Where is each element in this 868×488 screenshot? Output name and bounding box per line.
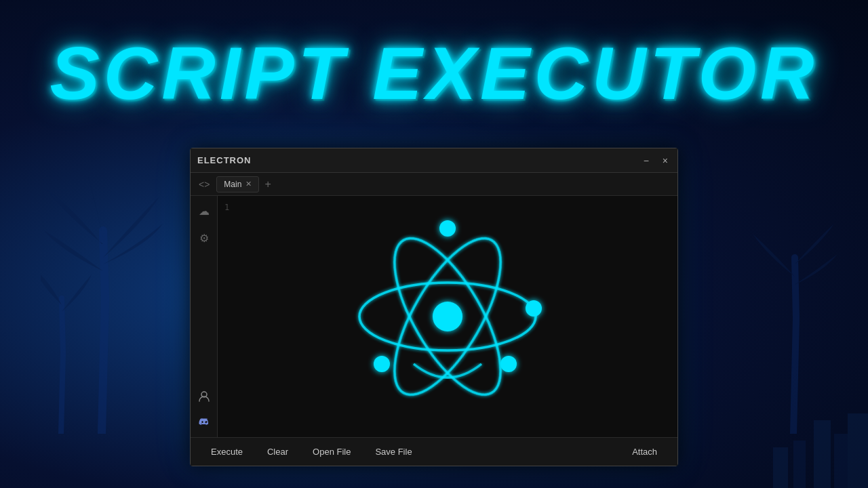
cloud-icon[interactable]: ☁ [195,201,214,220]
title-area: SCRIPT EXECUTOR [0,0,868,146]
window-title: ELECTRON [197,155,252,165]
atom-logo [339,208,556,425]
svg-point-12 [500,356,517,372]
discord-icon[interactable] [195,413,214,432]
clear-button[interactable]: Clear [258,443,298,460]
app-window: ELECTRON − × <> Main ✕ + ☁ ⚙ [190,148,678,466]
svg-rect-2 [848,413,868,488]
tab-main-label: Main [224,180,241,189]
svg-point-13 [526,300,542,317]
profile-icon[interactable] [195,387,214,406]
sidebar: ☁ ⚙ [191,196,218,437]
page-title: SCRIPT EXECUTOR [50,30,818,116]
tab-bar: <> Main ✕ + [191,173,677,196]
close-button[interactable]: × [660,155,671,167]
svg-rect-4 [773,447,788,488]
bottom-toolbar: Execute Clear Open File Save File Attach [191,437,677,466]
svg-point-6 [433,302,462,331]
title-bar: ELECTRON − × [191,148,677,173]
svg-rect-1 [834,434,848,488]
svg-rect-3 [793,441,806,488]
sidebar-bottom [195,387,214,432]
atom-logo-container [218,196,677,437]
palm-right-decoration [746,197,841,434]
execute-button[interactable]: Execute [201,443,252,460]
save-file-button[interactable]: Save File [366,443,421,460]
nav-arrows[interactable]: <> [195,179,214,190]
attach-button[interactable]: Attach [623,443,667,460]
minimize-button[interactable]: − [641,155,652,167]
tab-main[interactable]: Main ✕ [216,176,259,192]
svg-point-11 [374,356,390,372]
window-controls: − × [641,155,671,167]
editor-area[interactable]: 1 [218,196,677,437]
content-area: ☁ ⚙ 1 [191,196,677,437]
tab-add-button[interactable]: + [262,178,273,190]
svg-point-10 [439,220,456,237]
palm-left-decoration [41,163,163,434]
settings-icon[interactable]: ⚙ [195,228,214,247]
tab-close-icon[interactable]: ✕ [245,180,252,188]
open-file-button[interactable]: Open File [303,443,360,460]
